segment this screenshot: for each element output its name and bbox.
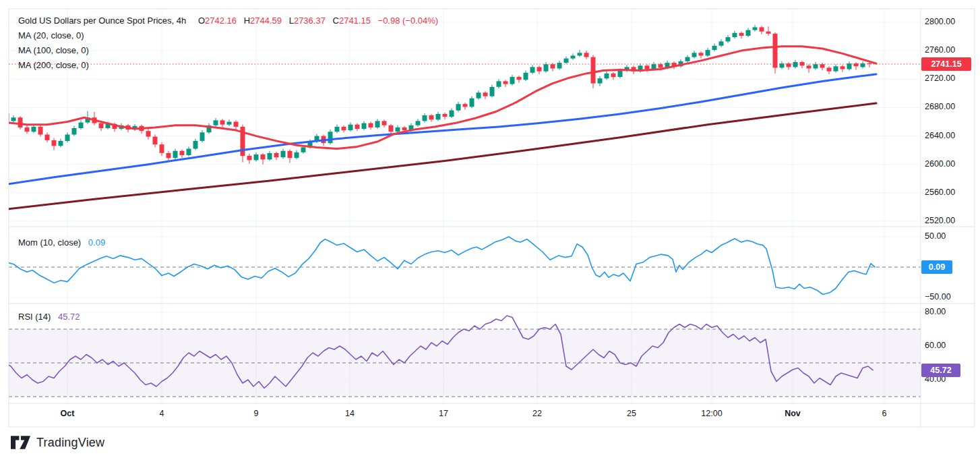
ohlc-low-label: L <box>289 16 294 26</box>
ohlc-low-value: 2736.37 <box>294 16 326 26</box>
last-price-badge: 2741.15 <box>921 57 971 71</box>
rsi-badge: 45.72 <box>921 364 960 377</box>
legend-ma20-row[interactable]: MA (20, close, 0) <box>18 30 84 40</box>
axis-tick-label: −50.00 <box>925 292 951 302</box>
axis-tick-label: 2680.00 <box>925 102 955 111</box>
tradingview-chart: Gold US Dollars per Ounce Spot Prices, 4… <box>0 0 980 458</box>
legend-symbol-row[interactable]: Gold US Dollars per Ounce Spot Prices, 4… <box>18 16 438 26</box>
ohlc-high-value: 2744.59 <box>250 16 282 26</box>
momentum-badge: 0.09 <box>921 260 952 274</box>
legend-ma100-row[interactable]: MA (100, close, 0) <box>18 45 89 55</box>
time-tick-label: 22 <box>532 409 542 418</box>
ohlc-open-label: O <box>198 16 205 26</box>
time-tick-label: 6 <box>882 409 887 418</box>
time-tick-label: 12:00 <box>701 409 722 418</box>
ohlc-high-label: H <box>244 16 250 26</box>
rsi-value: 45.72 <box>58 312 80 322</box>
axis-tick-label: 50.00 <box>925 231 946 241</box>
ma20-label: MA (20, close, 0) <box>18 30 84 40</box>
time-tick-label: Nov <box>785 409 801 418</box>
axis-tick-label: 80.00 <box>925 307 946 316</box>
time-tick-label: 14 <box>345 409 355 418</box>
time-tick-label: Oct <box>61 409 75 418</box>
axis-tick-label: 2800.00 <box>925 17 955 26</box>
time-tick-label: 25 <box>627 409 636 418</box>
legend-momentum-row[interactable]: Mom (10, close) 0.09 <box>18 237 105 248</box>
rsi-label: RSI (14) <box>18 312 51 322</box>
tradingview-logo-link[interactable]: TradingView <box>11 435 104 450</box>
momentum-value: 0.09 <box>88 237 105 248</box>
tradingview-logo-text: TradingView <box>36 436 104 450</box>
legend-ma200-row[interactable]: MA (200, close, 0) <box>18 60 89 70</box>
ohlc-close-value: 2741.15 <box>339 16 371 26</box>
chart-canvas[interactable] <box>0 0 980 458</box>
time-tick-label: 4 <box>160 409 164 418</box>
axis-tick-label: 2520.00 <box>925 216 955 225</box>
ma200-label: MA (200, close, 0) <box>18 60 89 70</box>
axis-tick-label: 2720.00 <box>925 74 955 83</box>
symbol-title: Gold US Dollars per Ounce Spot Prices, 4… <box>18 16 186 26</box>
tradingview-logo-icon <box>11 435 31 450</box>
ohlc-open-value: 2742.16 <box>205 16 237 26</box>
axis-tick-label: 2560.00 <box>925 188 955 197</box>
time-tick-label: 17 <box>439 409 448 418</box>
ohlc-change-value: −0.98 (−0.04%) <box>378 16 439 26</box>
axis-tick-label: 60.00 <box>925 341 946 350</box>
momentum-label: Mom (10, close) <box>18 237 81 248</box>
axis-tick-label: 2760.00 <box>925 45 955 55</box>
time-tick-label: 9 <box>254 409 259 418</box>
ohlc-close-label: C <box>333 16 339 26</box>
axis-tick-label: 2600.00 <box>925 159 955 169</box>
ma100-label: MA (100, close, 0) <box>18 45 89 55</box>
axis-tick-label: 2640.00 <box>925 131 955 140</box>
legend-rsi-row[interactable]: RSI (14) 45.72 <box>18 312 80 322</box>
